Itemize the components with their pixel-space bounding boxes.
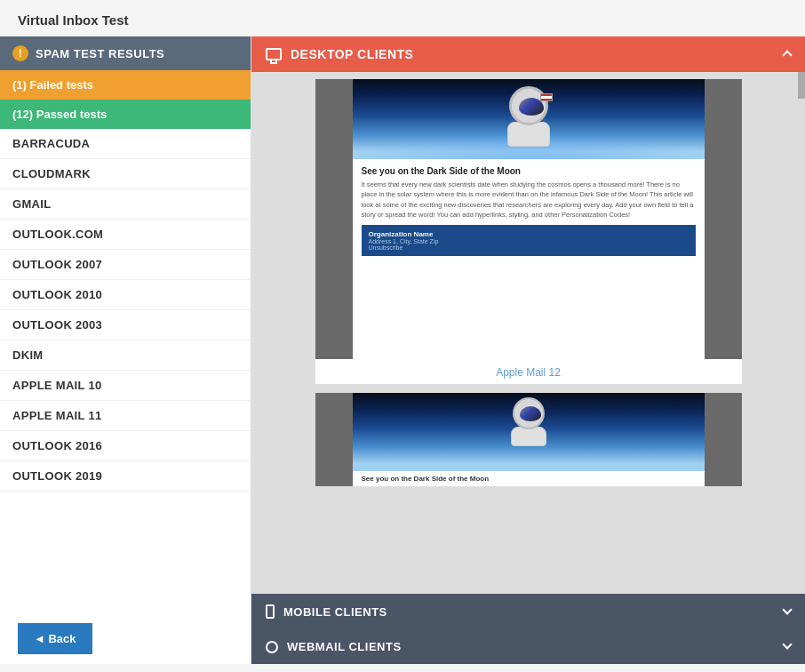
passed-tests-label: (12) Passed tests [12, 108, 107, 121]
right-side-bar-2 [705, 393, 742, 486]
chevron-up-icon [784, 47, 791, 61]
visor-2 [520, 406, 541, 421]
desktop-header-left: DESKTOP CLIENTS [266, 47, 413, 61]
email-render-1: See you on the Dark Side of the Moon It … [353, 79, 705, 359]
sidebar-item-outlook-com[interactable]: OUTLOOK.COM [0, 220, 251, 250]
sidebar-item-outlook-2007[interactable]: OUTLOOK 2007 [0, 250, 251, 280]
email-content-body-1: See you on the Dark Side of the Moon It … [353, 159, 705, 359]
sidebar-item-outlook-2010[interactable]: OUTLOOK 2010 [0, 280, 251, 310]
suit-2 [511, 427, 546, 446]
email-cta-1: Organization Name Address 1, City, State… [362, 225, 696, 256]
mobile-header-left: MOBILE CLIENTS [266, 604, 387, 619]
cta-address: Address 1, City, State Zip [369, 238, 689, 244]
helmet-2 [513, 397, 545, 429]
email-render-2: See you on the Dark Side of the Moon [353, 393, 705, 486]
sidebar-list: BARRACUDA CLOUDMARK GMAIL OUTLOOK.COM OU… [0, 129, 251, 492]
right-side-bar [705, 79, 742, 359]
astronaut-figure-2 [511, 397, 546, 446]
astronaut-figure [507, 86, 550, 147]
desktop-scrollbar[interactable] [798, 72, 805, 594]
chevron-down-icon-webmail [784, 640, 791, 653]
sidebar-item-outlook-2003[interactable]: OUTLOOK 2003 [0, 310, 251, 340]
desktop-clients-body[interactable]: See you on the Dark Side of the Moon It … [251, 72, 805, 594]
sidebar-item-barracuda[interactable]: BARRACUDA [0, 129, 251, 159]
desktop-section: DESKTOP CLIENTS [251, 36, 805, 594]
webmail-clients-header[interactable]: WEBMAIL CLIENTS [251, 629, 805, 664]
helmet [509, 86, 548, 125]
sidebar-item-dkim[interactable]: DKIM [0, 340, 251, 371]
chevron-down-icon-mobile [784, 605, 791, 619]
desktop-clients-header[interactable]: DESKTOP CLIENTS [251, 36, 805, 72]
failed-tests-button[interactable]: (1) Failed tests [0, 70, 251, 100]
email-hero-1 [353, 79, 705, 159]
email-body-1: It seems that every new dark scientists … [362, 180, 696, 220]
main-layout: ! SPAM TEST RESULTS (1) Failed tests (12… [0, 36, 805, 664]
us-flag [540, 93, 553, 101]
sidebar-item-cloudmark[interactable]: CLOUDMARK [0, 159, 251, 189]
content-area: DESKTOP CLIENTS [251, 36, 805, 664]
preview-row-2: See you on the Dark Side of the Moon [315, 393, 742, 486]
sidebar-item-apple-mail-11[interactable]: APPLE MAIL 11 [0, 401, 251, 431]
left-side-bar [315, 79, 353, 359]
scrollbar-thumb[interactable] [798, 72, 805, 99]
cta-org-name: Organization Name [369, 230, 689, 238]
sidebar-item-apple-mail-10[interactable]: APPLE MAIL 10 [0, 371, 251, 401]
mobile-clients-label: MOBILE CLIENTS [283, 605, 387, 619]
back-button-area: ◄ Back [18, 623, 92, 654]
preview-card-2-partial: See you on the Dark Side of the Moon [315, 393, 742, 486]
monitor-icon [266, 48, 282, 60]
preview-row-1: See you on the Dark Side of the Moon It … [315, 79, 742, 359]
webmail-clients-label: WEBMAIL CLIENTS [287, 640, 402, 653]
preview-card-label-1: Apple Mail 12 [496, 359, 561, 384]
cta-unsubscribe: Unsubscribe [369, 244, 689, 251]
sidebar-item-outlook-2019[interactable]: OUTLOOK 2019 [0, 461, 251, 492]
failed-tests-label: (1) Failed tests [12, 78, 93, 92]
spam-header-label: SPAM TEST RESULTS [36, 47, 164, 60]
suit [507, 122, 550, 147]
left-side-bar-2 [315, 393, 353, 486]
globe-icon [266, 641, 278, 653]
passed-tests-button[interactable]: (12) Passed tests [0, 100, 251, 129]
sidebar-item-gmail[interactable]: GMAIL [0, 189, 251, 220]
bottom-collapsed-sections: MOBILE CLIENTS WEBMAIL CLIENTS [251, 594, 805, 664]
email-subject-1: See you on the Dark Side of the Moon [362, 166, 696, 176]
desktop-clients-label: DESKTOP CLIENTS [291, 47, 413, 61]
webmail-header-left: WEBMAIL CLIENTS [266, 640, 402, 653]
partial-text-bar: See you on the Dark Side of the Moon [353, 471, 705, 486]
preview-card-apple-mail-12: See you on the Dark Side of the Moon It … [315, 79, 742, 384]
partial-subject: See you on the Dark Side of the Moon [362, 475, 696, 483]
mobile-clients-header[interactable]: MOBILE CLIENTS [251, 594, 805, 629]
phone-icon [266, 604, 275, 619]
page-title: Virtual Inbox Test [0, 0, 805, 36]
sidebar-item-outlook-2016[interactable]: OUTLOOK 2016 [0, 431, 251, 461]
sidebar: ! SPAM TEST RESULTS (1) Failed tests (12… [0, 36, 251, 664]
spam-test-results-header: ! SPAM TEST RESULTS [0, 36, 251, 70]
back-button[interactable]: ◄ Back [18, 623, 92, 654]
email-hero-2 [353, 393, 705, 471]
warning-icon: ! [12, 45, 28, 61]
